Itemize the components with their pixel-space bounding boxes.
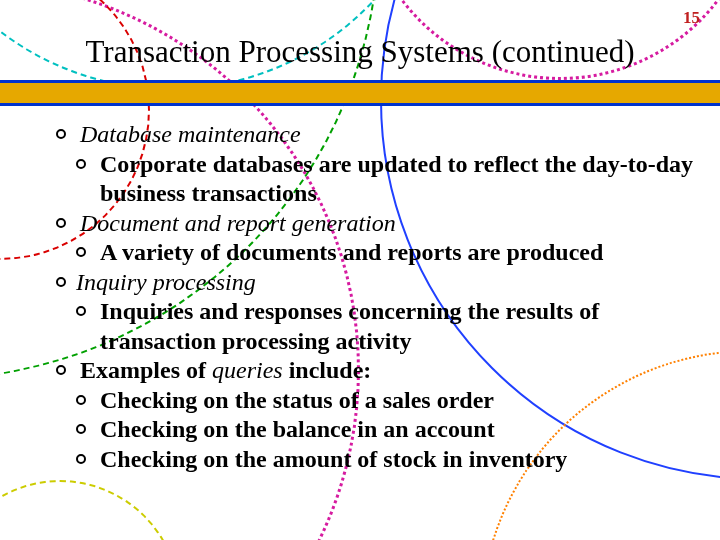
- bullet-level-1: Inquiry processing: [56, 268, 694, 298]
- title-separator-bar: [0, 80, 720, 106]
- decorative-arc: [0, 480, 180, 540]
- bullet-level-2: Inquiries and responses concerning the r…: [76, 297, 694, 356]
- slide-body: Database maintenanceCorporate databases …: [0, 106, 720, 474]
- bullet-level-2: A variety of documents and reports are p…: [76, 238, 694, 268]
- bullet-level-1: Database maintenance: [56, 120, 694, 150]
- bullet-level-2: Corporate databases are updated to refle…: [76, 150, 694, 209]
- slide-title: Transaction Processing Systems (continue…: [0, 34, 720, 76]
- slide-header: Transaction Processing Systems (continue…: [0, 0, 720, 106]
- slide: 15 Transaction Processing Systems (conti…: [0, 0, 720, 540]
- bullet-level-1: Examples of queries include:: [56, 356, 694, 386]
- bullet-level-2: Checking on the amount of stock in inven…: [76, 445, 694, 475]
- bullet-level-1: Document and report generation: [56, 209, 694, 239]
- slide-number: 15: [683, 8, 700, 28]
- bullet-level-2: Checking on the balance in an account: [76, 415, 694, 445]
- bullet-level-2: Checking on the status of a sales order: [76, 386, 694, 416]
